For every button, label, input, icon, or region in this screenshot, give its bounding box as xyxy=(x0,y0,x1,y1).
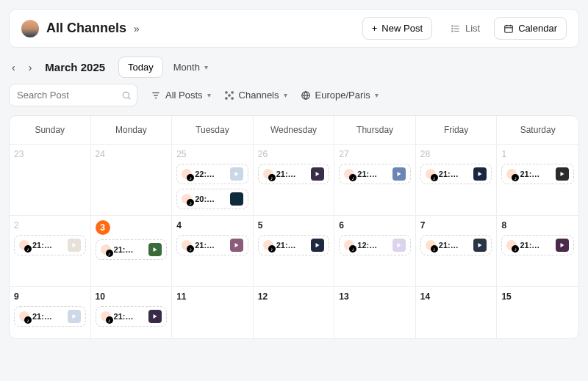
search-input[interactable] xyxy=(9,84,137,106)
day-number: 15 xyxy=(501,291,574,302)
day-number: 11 xyxy=(176,291,248,302)
day-number: 6 xyxy=(339,220,411,231)
platform-badge-icon: ♪ xyxy=(106,250,113,257)
day-number: 1 xyxy=(501,149,574,159)
scheduled-post[interactable]: ♪21:… xyxy=(501,164,574,184)
range-select[interactable]: Month ▾ xyxy=(173,62,208,73)
month-label: March 2025 xyxy=(45,61,105,73)
all-posts-label: All Posts xyxy=(165,90,203,101)
calendar-day[interactable]: 26♪21:… xyxy=(254,145,335,215)
calendar-day[interactable]: 8♪21:… xyxy=(497,216,578,286)
post-time: 21:… xyxy=(114,245,146,254)
scheduled-post[interactable]: ♪20:… xyxy=(176,189,248,209)
post-thumbnail xyxy=(230,239,243,252)
timezone-select[interactable]: Europe/Paris ▾ xyxy=(301,90,379,101)
scheduled-post[interactable]: ♪21:… xyxy=(420,164,492,184)
calendar-day[interactable]: 2♪21:… xyxy=(10,216,91,286)
calendar-day[interactable]: 13 xyxy=(334,287,416,338)
today-button[interactable]: Today xyxy=(118,57,163,78)
filters: All Posts ▾ Channels ▾ Europe/Paris ▾ xyxy=(0,84,588,115)
post-time: 20:… xyxy=(195,195,227,203)
calendar-day[interactable]: 23 xyxy=(10,145,91,215)
list-icon xyxy=(451,23,461,34)
channel-avatar: ♪ xyxy=(263,240,273,250)
post-time: 21:… xyxy=(32,312,65,321)
channel-avatar: ♪ xyxy=(426,169,436,179)
scheduled-post[interactable]: ♪21:… xyxy=(14,306,86,327)
post-thumbnail xyxy=(68,239,81,252)
next-month-button[interactable]: › xyxy=(26,59,35,76)
calendar-day[interactable]: 24 xyxy=(91,145,173,215)
svg-point-17 xyxy=(231,91,232,92)
scheduled-post[interactable]: ♪21:… xyxy=(176,235,248,255)
scheduled-post[interactable]: ♪21:… xyxy=(258,164,330,184)
scheduled-post[interactable]: ♪21:… xyxy=(339,164,411,184)
scheduled-post[interactable]: ♪12:… xyxy=(339,235,411,255)
svg-line-11 xyxy=(128,97,130,99)
channel-avatar: ♪ xyxy=(182,169,192,179)
chevron-down-icon: ▾ xyxy=(284,91,287,99)
calendar-view-button[interactable]: Calendar xyxy=(494,17,567,40)
chevron-down-icon: ▾ xyxy=(375,91,379,99)
platform-badge-icon: ♪ xyxy=(431,245,438,253)
prev-month-button[interactable]: ‹ xyxy=(9,59,18,76)
calendar-day[interactable]: 25♪22:…♪20:… xyxy=(172,145,254,215)
scheduled-post[interactable]: ♪21:… xyxy=(96,306,168,327)
brand-logo xyxy=(21,20,39,37)
svg-point-15 xyxy=(228,94,229,95)
calendar-day[interactable]: 4♪21:… xyxy=(172,216,254,286)
channel-avatar: ♪ xyxy=(426,240,436,250)
post-thumbnail xyxy=(392,239,406,252)
calendar-day[interactable]: 6♪12:… xyxy=(334,216,416,286)
channels-icon xyxy=(224,90,234,101)
calendar-day[interactable]: 15 xyxy=(497,287,578,338)
scheduled-post[interactable]: ♪22:… xyxy=(176,164,248,184)
svg-point-5 xyxy=(452,30,453,31)
calendar-day[interactable]: 28♪21:… xyxy=(416,145,498,215)
calendar-day[interactable]: 7♪21:… xyxy=(416,216,498,286)
post-time: 12:… xyxy=(357,241,390,250)
scheduled-post[interactable]: ♪21:… xyxy=(501,235,574,255)
platform-badge-icon: ♪ xyxy=(187,199,194,206)
new-post-button[interactable]: + New Post xyxy=(362,17,432,40)
platform-badge-icon: ♪ xyxy=(106,316,113,324)
calendar-day[interactable]: 1♪21:… xyxy=(497,145,578,215)
calendar-day[interactable]: 3♪21:… xyxy=(91,216,173,286)
scheduled-post[interactable]: ♪21:… xyxy=(420,235,492,255)
list-label: List xyxy=(465,23,480,34)
calendar-day[interactable]: 11 xyxy=(172,287,254,338)
calendar-day[interactable]: 27♪21:… xyxy=(334,145,416,215)
platform-badge-icon: ♪ xyxy=(431,174,438,181)
day-number: 24 xyxy=(96,149,168,159)
day-number: 27 xyxy=(339,149,411,159)
calendar-day[interactable]: 10♪21:… xyxy=(91,287,173,338)
platform-badge-icon: ♪ xyxy=(349,245,356,253)
channel-avatar: ♪ xyxy=(101,244,111,255)
post-time: 21:… xyxy=(276,241,309,250)
channels-filter[interactable]: Channels ▾ xyxy=(224,90,287,101)
scheduled-post[interactable]: ♪21:… xyxy=(258,235,330,255)
calendar-day[interactable]: 5♪21:… xyxy=(254,216,335,286)
channel-avatar: ♪ xyxy=(19,240,29,250)
range-label: Month xyxy=(173,62,200,73)
svg-point-18 xyxy=(225,97,226,98)
platform-badge-icon: ♪ xyxy=(268,174,276,181)
brand[interactable]: All Channels » xyxy=(21,20,140,37)
post-thumbnail xyxy=(556,239,569,252)
scheduled-post[interactable]: ♪21:… xyxy=(14,235,86,255)
new-post-label: New Post xyxy=(381,23,423,34)
list-view-button[interactable]: List xyxy=(441,17,490,40)
calendar-day[interactable]: 12 xyxy=(254,287,335,338)
day-number: 4 xyxy=(176,220,248,231)
platform-badge-icon: ♪ xyxy=(187,174,194,181)
calendar-label: Calendar xyxy=(518,23,557,34)
all-posts-filter[interactable]: All Posts ▾ xyxy=(151,90,211,101)
post-thumbnail xyxy=(230,192,243,206)
channel-avatar: ♪ xyxy=(101,311,111,322)
scheduled-post[interactable]: ♪21:… xyxy=(96,239,168,260)
calendar-day[interactable]: 9♪21:… xyxy=(10,287,91,338)
platform-badge-icon: ♪ xyxy=(349,174,356,181)
post-thumbnail xyxy=(148,243,162,256)
calendar-day[interactable]: 14 xyxy=(416,287,498,338)
weekday-label: Wednesday xyxy=(254,116,335,144)
